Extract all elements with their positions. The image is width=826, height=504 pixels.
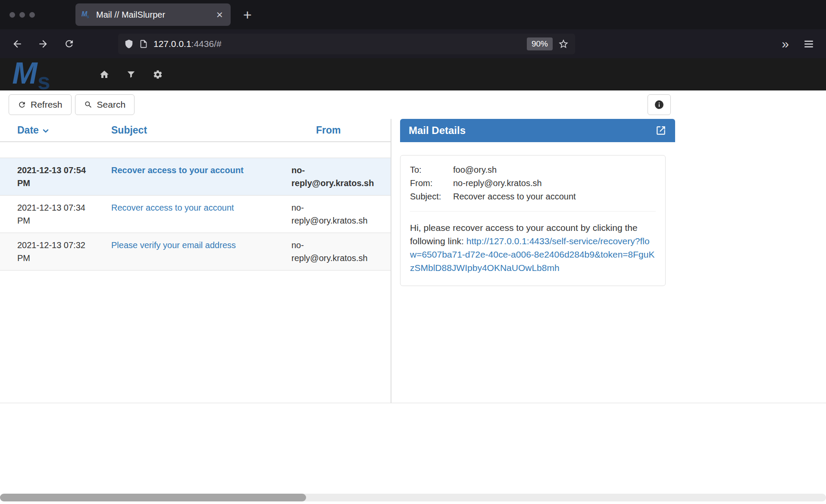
mail-list: 2021-12-13 07:54 PM Recover access to yo… (0, 158, 391, 271)
mail-row[interactable]: 2021-12-13 07:54 PM Recover access to yo… (0, 158, 391, 196)
mail-date: 2021-12-13 07:54 PM (0, 164, 94, 190)
address-bar[interactable]: 127.0.0.1:4436/# 90% (118, 34, 575, 54)
mailslurper-favicon: M s (81, 10, 92, 19)
mail-details-panel: Mail Details To: foo@ory.sh From: no-rep… (400, 119, 675, 403)
toolbar: Refresh Search (0, 90, 679, 119)
mail-subject-link[interactable]: Please verify your email address (111, 240, 236, 250)
reload-icon (64, 38, 75, 49)
reload-button[interactable] (59, 34, 79, 54)
mail-details-title: Mail Details (409, 124, 655, 137)
from-value: no-reply@ory.kratos.sh (453, 177, 656, 190)
field-to: To: foo@ory.sh (410, 163, 656, 177)
mail-date: 2021-12-13 07:32 PM (0, 239, 94, 264)
field-subject: Subject: Recover access to your account (410, 190, 656, 203)
page-info-icon[interactable] (139, 39, 148, 49)
details-divider (410, 211, 656, 212)
search-button[interactable]: Search (75, 94, 135, 115)
svg-text:M: M (12, 59, 38, 90)
column-header-subject[interactable]: Subject (94, 124, 275, 136)
home-icon (99, 69, 110, 80)
sort-desc-icon (41, 127, 50, 135)
browser-tab[interactable]: M s Mail // MailSlurper × (75, 3, 231, 26)
gear-icon (153, 69, 163, 80)
to-label: To: (410, 163, 453, 177)
url-host: 127.0.0.1 (153, 39, 191, 49)
filter-nav-button[interactable] (121, 65, 141, 84)
open-external-icon[interactable] (655, 125, 666, 136)
mailslurper-logo[interactable]: M s (9, 59, 81, 90)
window-control-dot[interactable] (19, 12, 25, 18)
tab-close-icon[interactable]: × (215, 8, 225, 21)
tab-title: Mail // MailSlurper (96, 10, 215, 20)
mail-list-header: Date Subject From (0, 119, 391, 142)
content-bottom-divider (0, 403, 826, 403)
search-icon (84, 100, 93, 109)
search-label: Search (97, 100, 126, 110)
url-suffix: :4436/# (191, 39, 222, 49)
mail-from: no-reply@ory.kratos.sh (275, 201, 391, 227)
refresh-button[interactable]: Refresh (9, 94, 72, 115)
menu-button[interactable] (798, 34, 819, 54)
forward-button[interactable] (33, 34, 53, 54)
mail-row[interactable]: 2021-12-13 07:34 PM Recover access to yo… (0, 196, 391, 233)
navbar-right-controls: » (779, 34, 819, 54)
bookmark-star-icon[interactable] (558, 38, 569, 50)
horizontal-scrollbar-thumb[interactable] (0, 494, 306, 501)
app-header: M s (0, 58, 826, 90)
new-tab-button[interactable]: + (238, 5, 257, 24)
app-nav-icons (94, 65, 168, 84)
info-icon (654, 100, 664, 110)
overflow-chevrons-icon[interactable]: » (779, 37, 792, 51)
mail-details-card: To: foo@ory.sh From: no-reply@ory.kratos… (400, 155, 666, 286)
mail-split-view: Date Subject From 2021-12-13 07:54 PM Re… (0, 119, 679, 403)
zoom-indicator[interactable]: 90% (527, 37, 553, 50)
browser-navbar: 127.0.0.1:4436/# 90% » (0, 29, 826, 58)
mail-date: 2021-12-13 07:34 PM (0, 201, 94, 227)
window-controls (9, 12, 35, 18)
window-control-dot[interactable] (29, 12, 35, 18)
arrow-right-icon (38, 38, 49, 50)
horizontal-scrollbar[interactable] (0, 494, 826, 501)
mail-subject-link[interactable]: Recover access to your account (111, 203, 234, 212)
refresh-icon (18, 100, 26, 109)
info-button[interactable] (648, 94, 671, 115)
mail-body: Hi, please recover access to your accoun… (410, 221, 656, 274)
svg-text:s: s (87, 14, 89, 19)
refresh-label: Refresh (31, 100, 63, 110)
subject-value: Recover access to your account (453, 190, 656, 203)
hamburger-icon (803, 38, 814, 50)
url-text[interactable]: 127.0.0.1:4436/# (153, 39, 522, 49)
settings-nav-button[interactable] (148, 65, 168, 84)
window-control-dot[interactable] (9, 12, 15, 18)
arrow-left-icon (12, 38, 23, 50)
mail-from: no-reply@ory.kratos.sh (275, 239, 391, 264)
column-header-from[interactable]: From (275, 124, 391, 136)
mail-row[interactable]: 2021-12-13 07:32 PM Please verify your e… (0, 233, 391, 271)
mail-subject-link[interactable]: Recover access to your account (111, 165, 244, 175)
shield-icon[interactable] (124, 39, 134, 49)
field-from: From: no-reply@ory.kratos.sh (410, 177, 656, 190)
filter-icon (126, 70, 136, 79)
mail-list-panel: Date Subject From 2021-12-13 07:54 PM Re… (0, 119, 391, 403)
from-label: From: (410, 177, 453, 190)
back-button[interactable] (7, 34, 28, 54)
browser-tab-bar: M s Mail // MailSlurper × + (0, 0, 826, 29)
app-content: Refresh Search Date Subject From 2021-12… (0, 90, 679, 403)
subject-label: Subject: (410, 190, 453, 203)
mail-from: no-reply@ory.kratos.sh (275, 164, 391, 190)
column-header-date[interactable]: Date (0, 124, 94, 136)
mail-details-header: Mail Details (400, 119, 675, 142)
home-nav-button[interactable] (94, 65, 114, 84)
to-value: foo@ory.sh (453, 163, 656, 177)
svg-text:s: s (38, 68, 50, 90)
